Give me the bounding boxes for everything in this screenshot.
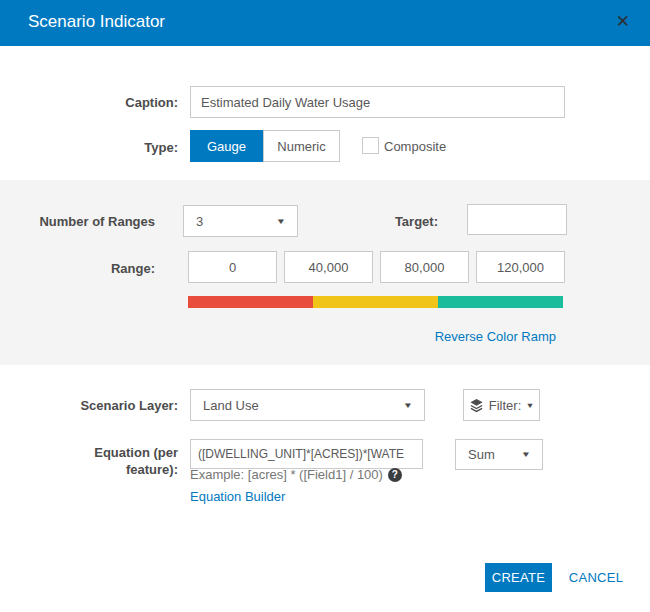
equation-example-text: Example: [acres] * ([Field1] / 100) [190, 467, 383, 482]
caption-label: Caption: [0, 95, 178, 111]
close-icon[interactable]: ✕ [616, 11, 630, 33]
dialog-header: Scenario Indicator ✕ [0, 0, 650, 46]
type-numeric-label: Numeric [277, 139, 325, 154]
dialog-title: Scenario Indicator [28, 12, 165, 32]
scenario-indicator-dialog: Scenario Indicator ✕ Caption: Type: Gaug… [0, 0, 650, 612]
chevron-down-icon: ▼ [403, 401, 413, 410]
ramp-segment-teal [438, 296, 563, 308]
equation-label-line2: feature): [0, 461, 178, 478]
chevron-down-icon: ▼ [276, 217, 286, 226]
scenario-layer-value: Land Use [203, 398, 259, 413]
type-gauge-button[interactable]: Gauge [190, 130, 263, 162]
number-of-ranges-value: 3 [196, 214, 203, 229]
chevron-down-icon: ▼ [521, 450, 531, 459]
ramp-segment-red [188, 296, 313, 308]
equation-builder-link[interactable]: Equation Builder [190, 489, 285, 504]
ramp-segment-yellow [313, 296, 438, 308]
caption-input[interactable] [190, 86, 565, 118]
color-ramp [188, 296, 563, 308]
range-input-3[interactable] [380, 251, 469, 283]
filter-label: Filter: [489, 398, 522, 413]
range-label: Range: [0, 261, 155, 277]
filter-button[interactable]: Filter: ▼ [463, 389, 540, 421]
target-label: Target: [300, 214, 438, 230]
equation-label-line1: Equation (per [0, 444, 178, 461]
cancel-button[interactable]: CANCEL [563, 563, 629, 592]
equation-label: Equation (per feature): [0, 444, 178, 478]
range-input-1[interactable] [188, 251, 277, 283]
equation-input[interactable] [190, 439, 423, 469]
create-button[interactable]: CREATE [485, 563, 552, 592]
range-input-2[interactable] [284, 251, 373, 283]
composite-label: Composite [384, 139, 446, 154]
type-label: Type: [0, 140, 178, 156]
scenario-layer-label: Scenario Layer: [0, 398, 178, 414]
aggregation-select[interactable]: Sum ▼ [455, 439, 543, 470]
chevron-down-icon: ▼ [526, 401, 535, 410]
target-input[interactable] [467, 204, 567, 235]
aggregation-value: Sum [468, 447, 495, 462]
scenario-layer-select[interactable]: Land Use ▼ [190, 389, 425, 421]
type-numeric-button[interactable]: Numeric [263, 130, 340, 162]
type-gauge-label: Gauge [207, 139, 246, 154]
layers-icon [469, 398, 484, 413]
number-of-ranges-label: Number of Ranges [0, 214, 155, 230]
composite-checkbox[interactable] [362, 137, 379, 154]
equation-example-row: Example: [acres] * ([Field1] / 100) ? [190, 467, 402, 482]
reverse-color-ramp-link[interactable]: Reverse Color Ramp [190, 329, 556, 344]
help-icon[interactable]: ? [388, 468, 402, 482]
range-input-4[interactable] [476, 251, 565, 283]
number-of-ranges-select[interactable]: 3 ▼ [183, 205, 298, 237]
